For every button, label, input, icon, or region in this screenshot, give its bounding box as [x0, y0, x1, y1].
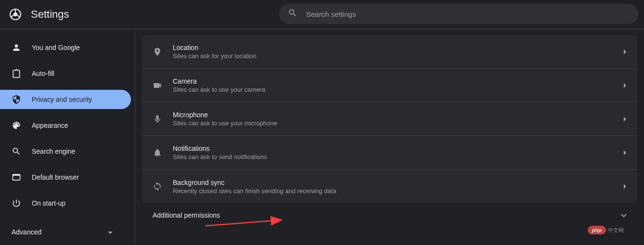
permission-row-camera[interactable]: Camera Sites can ask to use your camera	[142, 69, 637, 102]
search-bar[interactable]	[279, 4, 638, 24]
sidebar-item-appearance[interactable]: Appearance	[0, 116, 131, 135]
search-input[interactable]	[306, 10, 630, 18]
sidebar-item-label: Appearance	[32, 122, 68, 129]
search-icon	[12, 147, 21, 156]
permission-title: Background sync	[173, 179, 624, 186]
microphone-icon	[153, 114, 162, 124]
permission-text: Notifications Sites can ask to send noti…	[173, 145, 624, 160]
palette-icon	[12, 121, 21, 130]
sync-icon	[153, 182, 162, 191]
header: Settings	[0, 0, 644, 29]
permission-text: Microphone Sites can ask to use your mic…	[173, 111, 624, 127]
shield-icon	[12, 95, 21, 104]
chevron-right-icon	[624, 182, 627, 191]
person-icon	[12, 43, 21, 52]
sidebar-item-you-and-google[interactable]: You and Google	[0, 38, 131, 57]
browser-icon	[12, 172, 21, 182]
search-icon	[288, 8, 306, 20]
permission-text: Location Sites can ask for your location	[173, 44, 624, 60]
sidebar-item-label: Default browser	[32, 173, 79, 181]
watermark-text: 中文网	[608, 227, 624, 234]
chevron-right-icon	[624, 148, 627, 157]
page-title: Settings	[31, 8, 69, 21]
permission-desc: Sites can ask to use your camera	[173, 86, 624, 93]
bell-icon	[153, 148, 162, 158]
watermark-pill: php	[588, 226, 606, 234]
chevron-right-icon	[624, 115, 627, 123]
permission-row-notifications[interactable]: Notifications Sites can ask to send noti…	[142, 136, 637, 170]
content-area: Location Sites can ask for your location…	[135, 29, 644, 245]
sidebar: You and Google Auto-fill Privacy and sec…	[0, 29, 135, 245]
sidebar-item-label: Privacy and security	[32, 96, 92, 103]
permission-title: Notifications	[173, 145, 624, 152]
permission-row-location[interactable]: Location Sites can ask for your location	[142, 35, 637, 69]
sidebar-item-label: On start-up	[32, 199, 65, 207]
permission-title: Location	[173, 44, 624, 51]
permission-row-microphone[interactable]: Microphone Sites can ask to use your mic…	[142, 102, 637, 136]
additional-permissions-label: Additional permissions	[153, 211, 621, 219]
permission-text: Background sync Recently closed sites ca…	[173, 179, 624, 195]
sidebar-advanced-toggle[interactable]: Advanced	[0, 222, 124, 242]
sidebar-item-on-startup[interactable]: On start-up	[0, 194, 131, 213]
permission-desc: Sites can ask to send notifications	[173, 153, 624, 160]
watermark: php 中文网	[588, 226, 624, 234]
permission-text: Camera Sites can ask to use your camera	[173, 77, 624, 93]
sidebar-item-label: Auto-fill	[32, 70, 54, 77]
sidebar-item-privacy-security[interactable]: Privacy and security	[0, 90, 131, 109]
sidebar-item-label: Search engine	[32, 147, 75, 155]
permission-title: Camera	[173, 77, 624, 85]
permissions-panel: Location Sites can ask for your location…	[142, 35, 637, 203]
permission-title: Microphone	[173, 111, 624, 119]
chevron-down-icon	[621, 211, 627, 220]
sidebar-item-default-browser[interactable]: Default browser	[0, 168, 131, 187]
permission-desc: Recently closed sites can finish sending…	[173, 187, 624, 195]
location-icon	[153, 47, 162, 57]
chrome-icon	[10, 9, 21, 20]
power-icon	[12, 198, 21, 208]
sidebar-item-label: You and Google	[32, 44, 80, 51]
additional-permissions-toggle[interactable]: Additional permissions	[142, 203, 637, 227]
layout: You and Google Auto-fill Privacy and sec…	[0, 29, 644, 245]
sidebar-item-autofill[interactable]: Auto-fill	[0, 64, 131, 83]
chevron-down-icon	[108, 228, 113, 236]
chevron-right-icon	[624, 81, 627, 90]
permission-desc: Sites can ask to use your microphone	[173, 120, 624, 127]
clipboard-icon	[12, 69, 21, 78]
chevron-right-icon	[624, 48, 627, 56]
advanced-label: Advanced	[12, 228, 41, 236]
camera-icon	[153, 81, 162, 90]
permission-row-background-sync[interactable]: Background sync Recently closed sites ca…	[142, 170, 637, 203]
permission-desc: Sites can ask for your location	[173, 52, 624, 60]
sidebar-item-search-engine[interactable]: Search engine	[0, 142, 131, 161]
svg-point-1	[13, 12, 17, 16]
